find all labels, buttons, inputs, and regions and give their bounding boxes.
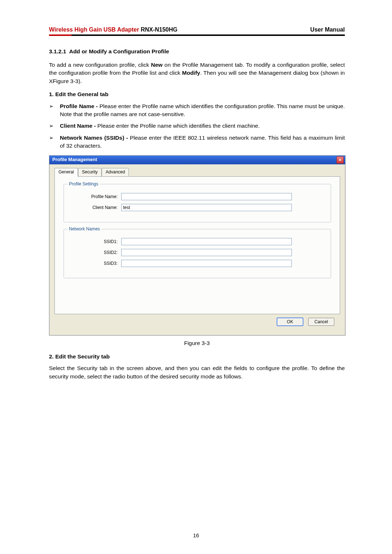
page-number: 16: [0, 532, 392, 539]
ssid1-label: SSID1:: [70, 239, 121, 245]
dialog-titlebar[interactable]: Profile Management ×: [49, 156, 345, 164]
header-title-model: RNX-N150HG: [139, 26, 177, 33]
close-button[interactable]: ×: [336, 156, 344, 164]
chevron-icon: ➢: [49, 134, 60, 142]
ssid3-label: SSID3:: [70, 260, 121, 267]
network-names-group: Network Names SSID1: SSID2: SSID3:: [64, 229, 331, 278]
ssid1-input[interactable]: [121, 238, 292, 245]
step-2-heading: 2. Edit the Security tab: [49, 353, 345, 361]
client-name-input[interactable]: [121, 204, 292, 211]
list-item: ➢ Client Name - Please enter the Profile…: [49, 122, 345, 130]
header-right: User Manual: [310, 25, 345, 34]
tab-security[interactable]: Security: [78, 168, 102, 177]
client-name-label: Client Name:: [70, 205, 121, 211]
header-title: Wireless High Gain USB Adapter RNX-N150H…: [49, 25, 177, 34]
ok-button[interactable]: OK: [277, 318, 303, 326]
intro-paragraph: To add a new configuration profile, clic…: [49, 61, 345, 85]
list-item: ➢ Network Names (SSIDs) - Please enter t…: [49, 134, 345, 150]
tab-general[interactable]: General: [54, 168, 78, 177]
ssid2-label: SSID2:: [70, 250, 121, 256]
step-1-heading: 1. Edit the General tab: [49, 90, 345, 98]
chevron-icon: ➢: [49, 102, 60, 110]
profile-name-input[interactable]: [121, 193, 292, 200]
dialog-button-row: OK Cancel: [54, 314, 340, 330]
close-icon: ×: [339, 157, 342, 162]
ssid3-input[interactable]: [121, 260, 292, 267]
bullet-list: ➢ Profile Name - Please enter the Profil…: [49, 102, 345, 150]
header-underline: [49, 34, 345, 36]
profile-settings-group: Profile Settings Profile Name: Client Na…: [64, 184, 331, 222]
tab-panel-general: Profile Settings Profile Name: Client Na…: [54, 176, 340, 314]
group-legend: Profile Settings: [68, 181, 100, 187]
figure-caption: Figure 3-3: [49, 339, 345, 347]
chevron-icon: ➢: [49, 122, 60, 130]
section-heading: 3.1.2.1 Add or Modify a Configuration Pr…: [49, 48, 345, 56]
tab-advanced[interactable]: Advanced: [102, 168, 129, 177]
profile-management-dialog: Profile Management × General Security Ad…: [49, 155, 346, 336]
dialog-title: Profile Management: [52, 156, 97, 163]
cancel-button[interactable]: Cancel: [308, 318, 334, 326]
ssid2-input[interactable]: [121, 249, 292, 256]
tab-strip: General Security Advanced: [54, 168, 340, 177]
security-paragraph: Select the Security tab in the screen ab…: [49, 364, 345, 381]
group-legend: Network Names: [68, 226, 101, 232]
list-item: ➢ Profile Name - Please enter the Profil…: [49, 102, 345, 119]
page-header: Wireless High Gain USB Adapter RNX-N150H…: [49, 25, 345, 34]
header-title-product: Wireless High Gain USB Adapter: [49, 26, 139, 33]
profile-name-label: Profile Name:: [70, 194, 121, 200]
